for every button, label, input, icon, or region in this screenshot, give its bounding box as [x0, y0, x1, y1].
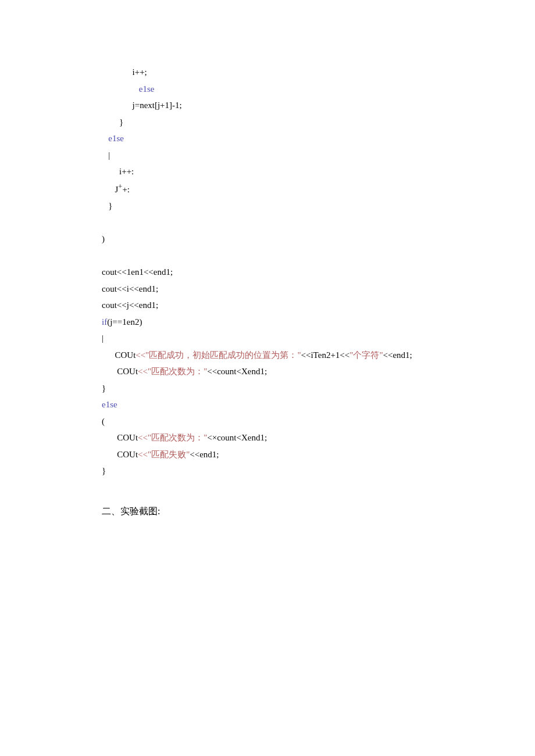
code-line: }: [102, 198, 535, 214]
operator: <<: [135, 350, 145, 360]
code-text: <<count<Xend1;: [207, 367, 267, 376]
code-text: <<end1;: [383, 350, 412, 360]
code-text: cout<<j<<end1;: [102, 300, 158, 310]
keyword-else: e1se: [108, 134, 124, 143]
code-line: cout<<1en1<<end1;: [102, 264, 535, 281]
keyword-if: if: [102, 317, 107, 327]
code-line: e1se: [102, 396, 535, 413]
operator: <<: [138, 450, 148, 459]
operator: <<: [138, 367, 148, 376]
code-line: [102, 248, 535, 264]
code-line: i++;: [102, 64, 535, 81]
string-literal: "匹配次数为：": [148, 367, 207, 376]
code-line: }: [102, 463, 535, 479]
code-text: (j==1en2): [107, 317, 142, 327]
code-line: if(j==1en2): [102, 314, 535, 331]
document-page: i++; e1se j=next[j+1]-1; } e1se | i++: J…: [0, 0, 535, 756]
code-text: COUt: [115, 350, 136, 360]
code-text: <<end1;: [190, 450, 219, 459]
code-text: COUt: [117, 433, 138, 442]
code-line: ): [102, 231, 535, 248]
keyword-else: e1se: [139, 84, 155, 94]
code-text: cout<<1en1<<end1;: [102, 267, 173, 277]
code-text: +:: [122, 185, 130, 194]
code-line: i++:: [102, 163, 535, 180]
code-line: COUt<<"匹配次数为："<×count<Xend1;: [102, 429, 535, 446]
code-line: (: [102, 413, 535, 430]
section-heading: 二、实验截图:: [102, 503, 535, 520]
code-text: COUt: [117, 367, 138, 376]
keyword-else: e1se: [102, 400, 117, 409]
code-line: }: [102, 114, 535, 131]
code-text: |: [102, 334, 104, 343]
code-text: i++:: [119, 167, 134, 176]
code-line: COUt<<"匹配失败"<<end1;: [102, 446, 535, 463]
code-text: j=next[j+1]-1;: [133, 101, 182, 110]
code-line: [102, 214, 535, 231]
code-line: COUt<<"匹配成功，初始匹配成功的位置为第："<<iTen2+1<<"个字符…: [102, 347, 535, 364]
code-text: ): [102, 234, 105, 243]
code-text: i++;: [133, 67, 147, 77]
code-line: COUt<<"匹配次数为："<<count<Xend1;: [102, 363, 535, 380]
operator: <<: [138, 433, 148, 442]
code-text: cout<<i<<end1;: [102, 284, 158, 293]
code-line: }: [102, 380, 535, 397]
code-line: e1se: [102, 130, 535, 147]
code-text: }: [102, 466, 106, 475]
code-text: }: [108, 201, 112, 210]
code-text: <<iTen2+1<<: [301, 350, 350, 360]
code-line: |: [102, 147, 535, 164]
code-text: |: [108, 151, 110, 160]
string-literal: "匹配次数为：": [148, 433, 207, 442]
code-text: COUt: [117, 450, 138, 459]
code-text: }: [119, 117, 123, 127]
string-literal: "个字符": [349, 350, 383, 360]
code-text: }: [102, 384, 106, 393]
code-text: <×count<Xend1;: [207, 433, 267, 442]
code-line: cout<<i<<end1;: [102, 281, 535, 298]
code-line: j=next[j+1]-1;: [102, 97, 535, 114]
code-line: cout<<j<<end1;: [102, 297, 535, 314]
string-literal: "匹配失败": [148, 450, 190, 459]
code-text: (: [102, 417, 105, 426]
code-line: e1se: [102, 81, 535, 98]
code-line: |: [102, 330, 535, 347]
string-literal: "匹配成功，初始匹配成功的位置为第：": [145, 350, 301, 360]
code-line: J++:: [102, 180, 535, 198]
